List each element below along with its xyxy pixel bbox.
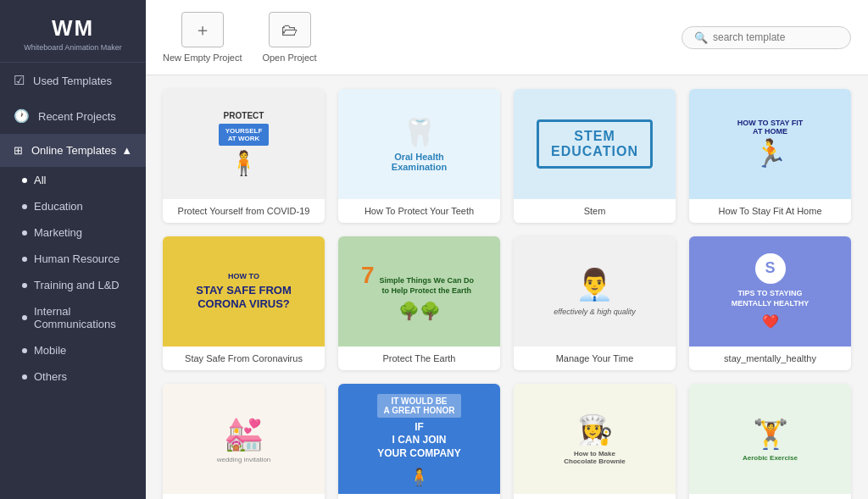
used-templates-label: Used Templates [33, 75, 112, 87]
dot-icon [22, 315, 27, 320]
submenu-label: Human Resource [34, 252, 120, 265]
template-thumb-stem: STEMEDUCATION [514, 89, 676, 199]
template-thumb-mental: S TIPS TO STAYINGMENTALLY HEALTHY ❤️ [689, 236, 851, 347]
template-label: Stem [514, 199, 676, 223]
template-label: Protect Yourself from COVID-19 [163, 199, 325, 223]
open-project-button[interactable]: 🗁 Open Project [256, 12, 324, 63]
dot-icon [22, 204, 27, 209]
template-thumb-aerobic: 🏋️ Aerobic Exercise [689, 384, 851, 494]
online-templates-submenu: All Education Marketing Human Resource T… [0, 167, 146, 390]
app-initials: WM [8, 15, 137, 42]
online-templates-label: Online Templates [31, 144, 116, 157]
template-card-covid[interactable]: PROTECT YOURSELFAT WORK 🧍 Protect Yourse… [163, 89, 325, 223]
app-title: Whiteboard Animation Maker [8, 43, 137, 52]
template-card-brownie[interactable]: 👩‍🍳 How to MakeChocolate Brownie How To … [514, 384, 676, 499]
submenu-item-mobile[interactable]: Mobile [0, 337, 146, 363]
recent-projects-icon: 🕐 [14, 108, 30, 124]
new-project-label: New Empty Project [163, 53, 242, 63]
submenu-label: Mobile [34, 344, 66, 357]
template-label: stay_mentally_healthy [689, 347, 851, 370]
template-card-corona[interactable]: HOW TO STAY SAFE FROMCORONA VIRUS? Stay … [163, 236, 325, 370]
dot-icon [22, 283, 27, 288]
used-templates-icon: ☑ [14, 73, 25, 88]
templates-grid: PROTECT YOURSELFAT WORK 🧍 Protect Yourse… [163, 89, 851, 499]
submenu-item-all[interactable]: All [0, 167, 146, 193]
template-card-teeth[interactable]: 🦷 Oral HealthExamination How To Protect … [338, 89, 500, 223]
submenu-item-internal-comms[interactable]: Internal Communications [0, 298, 146, 337]
open-project-label: Open Project [262, 53, 316, 63]
template-thumb-brownie: 👩‍🍳 How to MakeChocolate Brownie [514, 384, 676, 494]
search-bar: 🔍 [682, 26, 851, 49]
template-thumb-corona: HOW TO STAY SAFE FROMCORONA VIRUS? [163, 236, 325, 347]
dot-icon [22, 178, 27, 183]
template-card-earth[interactable]: 7 Simple Things We Can Doto Help Protect… [338, 236, 500, 370]
template-label: Cv [338, 494, 500, 499]
template-card-time[interactable]: 👨‍💼 effectively & high quality Manage Yo… [514, 236, 676, 370]
templates-area: PROTECT YOURSELFAT WORK 🧍 Protect Yourse… [146, 75, 868, 499]
template-thumb-fit: HOW TO STAY FITAT HOME 🏃 [689, 89, 851, 199]
recent-projects-label: Recent Projects [38, 110, 116, 123]
submenu-item-marketing[interactable]: Marketing [0, 219, 146, 246]
app-logo: WM Whiteboard Animation Maker [0, 0, 146, 63]
online-templates-icon: ⊞ [14, 144, 23, 157]
open-project-icon: 🗁 [269, 12, 311, 47]
submenu-label: Training and L&D [34, 279, 120, 291]
main-content: ＋ New Empty Project 🗁 Open Project 🔍 PRO… [146, 0, 868, 499]
sidebar: WM Whiteboard Animation Maker ☑ Used Tem… [0, 0, 146, 499]
new-project-button[interactable]: ＋ New Empty Project [163, 12, 242, 63]
template-thumb-covid: PROTECT YOURSELFAT WORK 🧍 [163, 89, 325, 199]
search-icon: 🔍 [694, 31, 708, 44]
template-card-fit[interactable]: HOW TO STAY FITAT HOME 🏃 How To Stay Fit… [689, 89, 851, 223]
submenu-item-education[interactable]: Education [0, 193, 146, 219]
template-card-aerobic[interactable]: 🏋️ Aerobic Exercise Aerobic Exercise [689, 384, 851, 499]
template-label: Stay Safe From Coronavirus [163, 347, 325, 370]
sidebar-item-recent-projects[interactable]: 🕐 Recent Projects [0, 98, 146, 134]
template-card-mental[interactable]: S TIPS TO STAYINGMENTALLY HEALTHY ❤️ sta… [689, 236, 851, 370]
chevron-up-icon: ▲ [121, 144, 132, 157]
template-card-stem[interactable]: STEMEDUCATION Stem [514, 89, 676, 223]
template-thumb-teeth: 🦷 Oral HealthExamination [338, 89, 500, 199]
sidebar-item-online-templates[interactable]: ⊞ Online Templates ▲ [0, 134, 146, 167]
template-label: wedding_invitation [163, 494, 325, 499]
sidebar-item-used-templates[interactable]: ☑ Used Templates [0, 63, 146, 98]
toolbar: ＋ New Empty Project 🗁 Open Project 🔍 [146, 0, 868, 75]
submenu-label: Others [34, 370, 67, 383]
template-card-wedding[interactable]: 💒 wedding invitation wedding_invitation [163, 384, 325, 499]
submenu-label: Internal Communications [34, 305, 132, 330]
template-label: How To Make Brownie [514, 494, 676, 499]
template-label: How To Protect Your Teeth [338, 199, 500, 223]
search-input[interactable] [713, 31, 840, 43]
submenu-item-training[interactable]: Training and L&D [0, 272, 146, 298]
dot-icon [22, 348, 27, 353]
template-thumb-wedding: 💒 wedding invitation [163, 384, 325, 494]
submenu-item-human-resource[interactable]: Human Resource [0, 246, 146, 272]
template-label: How To Stay Fit At Home [689, 199, 851, 223]
template-label: Aerobic Exercise [689, 494, 851, 499]
new-project-icon: ＋ [181, 12, 224, 47]
template-label: Protect The Earth [338, 347, 500, 370]
submenu-label: Marketing [34, 226, 82, 239]
template-thumb-earth: 7 Simple Things We Can Doto Help Protect… [338, 236, 500, 347]
template-thumb-time: 👨‍💼 effectively & high quality [514, 236, 676, 347]
dot-icon [22, 230, 27, 236]
template-label: Manage Your Time [514, 347, 676, 370]
submenu-label: All [34, 174, 46, 186]
dot-icon [22, 374, 27, 380]
template-thumb-cv: IT WOULD BEA GREAT HONOR IFI CAN JOINYOU… [338, 384, 500, 494]
template-card-cv[interactable]: IT WOULD BEA GREAT HONOR IFI CAN JOINYOU… [338, 384, 500, 499]
dot-icon [22, 257, 27, 262]
submenu-item-others[interactable]: Others [0, 363, 146, 390]
submenu-label: Education [34, 200, 83, 213]
